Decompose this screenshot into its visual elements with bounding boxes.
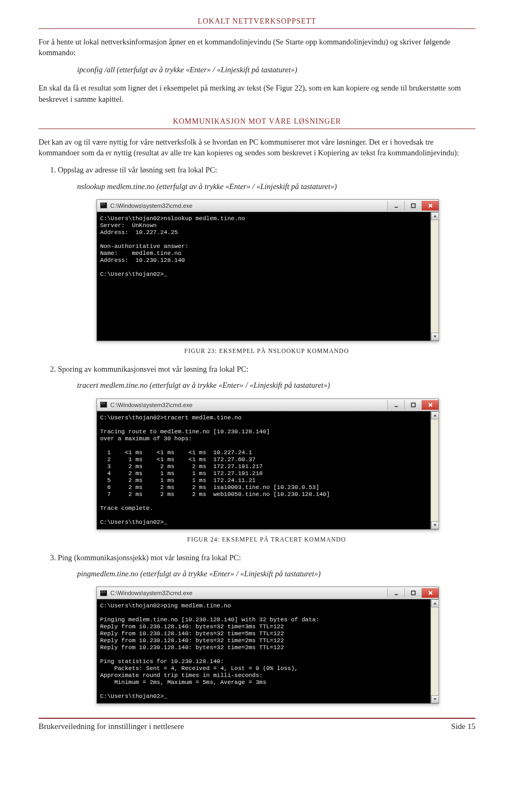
scroll-down-icon[interactable]: [431, 521, 439, 529]
scroll-down-icon[interactable]: [431, 695, 439, 703]
maximize-button[interactable]: [404, 588, 421, 598]
terminal-output-ping: C:\Users\thojan02>ping medlem.tine.no Pi…: [97, 599, 439, 703]
svg-marker-11: [433, 524, 436, 526]
scroll-down-icon[interactable]: [431, 333, 439, 341]
terminal-window-nslookup: C:\Windows\system32\cmd.exe C:\Users\tho…: [96, 199, 439, 341]
command-ping: pingmedlem.tine.no (etterfulgt av å tryk…: [77, 568, 475, 579]
cmd-icon: [100, 590, 107, 596]
minimize-button[interactable]: [387, 588, 404, 598]
list-item-1-text: Oppslag av adresse til vår løsning sett …: [58, 166, 217, 174]
heading-local-network: LOKALT NETTVERKSOPPSETT: [39, 16, 475, 29]
paragraph-result-note: En skal da få et resultat som ligner det…: [39, 82, 475, 104]
close-button[interactable]: [421, 201, 439, 210]
figure-23-caption: FIGUR 23: EKSEMPEL PÅ NSLOOKUP KOMMANDO: [58, 347, 475, 355]
svg-marker-5: [433, 335, 436, 337]
terminal-title: C:\Windows\system32\cmd.exe: [110, 202, 192, 209]
footer-doc-title: Brukerveiledning for innstillinger i net…: [39, 721, 184, 732]
terminal-window-ping: C:\Windows\system32\cmd.exe C:\Users\tho…: [96, 587, 439, 704]
terminal-scrollbar[interactable]: [430, 599, 439, 703]
heading-communication: KOMMUNIKASJON MOT VÅRE LØSNINGER: [39, 116, 475, 129]
list-item-2: Sporing av kommunikasjonsvei mot vår løs…: [58, 364, 475, 544]
command-nslookup: nslookup medlem.tine.no (etterfulgt av å…: [77, 181, 475, 192]
svg-rect-7: [411, 403, 415, 407]
close-button[interactable]: [421, 588, 439, 598]
terminal-titlebar: C:\Windows\system32\cmd.exe: [97, 587, 439, 599]
svg-marker-16: [433, 603, 436, 605]
maximize-button[interactable]: [404, 201, 421, 210]
minimize-button[interactable]: [387, 400, 404, 410]
terminal-titlebar: C:\Windows\system32\cmd.exe: [97, 399, 439, 411]
scroll-up-icon[interactable]: [431, 599, 439, 607]
command-ipconfig: ipconfig /all (etterfulgt av å trykke «E…: [77, 64, 475, 75]
terminal-output-tracert: C:\Users\thojan02>tracert medlem.tine.no…: [97, 411, 439, 529]
terminal-scrollbar[interactable]: [430, 212, 439, 341]
cmd-icon: [100, 402, 107, 408]
command-tracert: tracert medlem.tine.no (etterfulgt av å …: [77, 380, 475, 390]
minimize-button[interactable]: [387, 201, 404, 210]
terminal-titlebar: C:\Windows\system32\cmd.exe: [97, 200, 439, 212]
terminal-title: C:\Windows\system32\cmd.exe: [110, 590, 192, 596]
scroll-up-icon[interactable]: [431, 212, 439, 220]
scroll-up-icon[interactable]: [431, 411, 439, 419]
svg-rect-1: [411, 204, 415, 207]
terminal-output-nslookup: C:\Users\thojan02>nslookup medlem.tine.n…: [97, 212, 439, 341]
figure-24-caption: FIGUR 24: EKSEMPEL PÅ TRACERT KOMMANDO: [58, 535, 475, 544]
terminal-scrollbar[interactable]: [430, 411, 439, 529]
list-item-1: Oppslag av adresse til vår løsning sett …: [58, 164, 475, 355]
svg-rect-13: [411, 591, 415, 595]
page-footer: Brukerveiledning for innstillinger i net…: [39, 719, 475, 732]
list-item-3: Ping (kommunikasjonssjekk) mot vår løsni…: [58, 552, 475, 704]
footer-page-number: Side 15: [451, 721, 475, 732]
terminal-title: C:\Windows\system32\cmd.exe: [110, 402, 192, 408]
terminal-window-tracert: C:\Windows\system32\cmd.exe C:\Users\tho…: [96, 399, 439, 530]
svg-marker-17: [433, 698, 436, 701]
paragraph-commands-intro: Det kan av og til være nyttig for våre n…: [39, 137, 475, 159]
cmd-icon: [100, 202, 107, 208]
maximize-button[interactable]: [404, 400, 421, 410]
paragraph-intro: For å hente ut lokal nettverksinformasjo…: [39, 36, 475, 58]
svg-marker-10: [433, 414, 436, 416]
close-button[interactable]: [421, 400, 439, 410]
list-item-3-text: Ping (kommunikasjonssjekk) mot vår løsni…: [58, 553, 241, 562]
svg-marker-4: [433, 215, 436, 217]
list-item-2-text: Sporing av kommunikasjonsvei mot vår løs…: [58, 365, 248, 373]
